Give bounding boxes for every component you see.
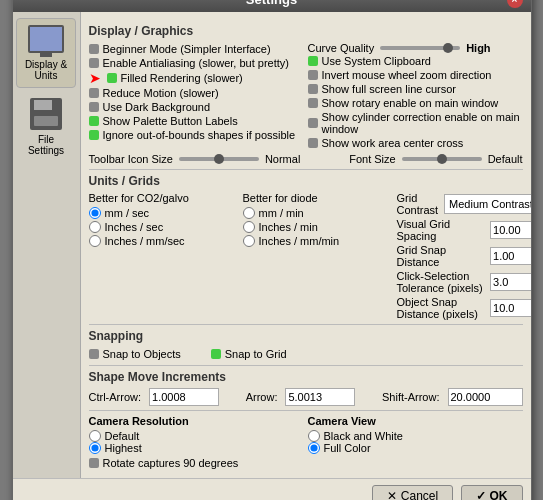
snap-grid-label: Snap to Grid xyxy=(225,348,287,360)
units-grids-header: Units / Grids xyxy=(89,174,523,188)
out-of-bounds-row: Ignore out-of-bounds shapes if possible xyxy=(89,128,304,142)
rotary-row: Show rotary enable on main window xyxy=(308,96,523,110)
camera-highest-label: Highest xyxy=(105,442,142,454)
rotate-captures-row: Rotate captures 90 degrees xyxy=(89,456,523,470)
arrow-label: Arrow: xyxy=(246,391,278,403)
ok-button[interactable]: ✓ OK xyxy=(461,485,522,501)
grid-contrast-row: Grid Contrast Medium Contrast Low Contra… xyxy=(397,192,531,216)
click-selection-input[interactable] xyxy=(490,273,530,291)
arrow-indicator: ➤ xyxy=(89,71,101,85)
antialiasing-label: Enable Antialiasing (slower, but pretty) xyxy=(103,57,290,69)
work-area-row: Show work area center cross xyxy=(308,136,523,150)
cancel-button[interactable]: ✕ Cancel xyxy=(372,485,453,501)
use-system-clipboard-row: Use System Clipboard xyxy=(308,54,523,68)
settings-dialog: Settings × Display &Units FileSettings D… xyxy=(12,0,532,500)
use-system-clipboard-label: Use System Clipboard xyxy=(322,55,431,67)
full-screen-row: Show full screen line cursor xyxy=(308,82,523,96)
arrow-input[interactable] xyxy=(285,388,355,406)
filled-rendering-led xyxy=(107,73,117,83)
co2-inches-sec-radio[interactable] xyxy=(89,221,101,233)
font-size-label: Font Size xyxy=(349,153,395,165)
co2-mm-sec: mm / sec xyxy=(89,207,239,219)
diode-inches-mm-min: Inches / mm/min xyxy=(243,235,393,247)
title-bar: Settings × xyxy=(13,0,531,12)
shift-arrow-label: Shift-Arrow: xyxy=(382,391,439,403)
grid-contrast-select[interactable]: Medium Contrast Low Contrast High Contra… xyxy=(444,194,530,214)
diode-inches-min: Inches / min xyxy=(243,221,393,233)
dark-background-led xyxy=(89,102,99,112)
monitor-icon xyxy=(28,25,64,53)
object-snap-input[interactable] xyxy=(490,299,530,317)
dialog-title: Settings xyxy=(37,0,507,7)
camera-highest-radio[interactable] xyxy=(89,442,101,454)
snapping-header: Snapping xyxy=(89,329,523,343)
co2-inches-mm-sec-radio[interactable] xyxy=(89,235,101,247)
rotate-captures-label: Rotate captures 90 degrees xyxy=(103,457,239,469)
sidebar-item-display-units[interactable]: Display &Units xyxy=(16,18,76,88)
better-co2-label: Better for CO2/galvo xyxy=(89,192,239,204)
reduce-motion-label: Reduce Motion (slower) xyxy=(103,87,219,99)
camera-view-label: Camera View xyxy=(308,415,523,427)
co2-radio-group: mm / sec Inches / sec Inches / mm/sec xyxy=(89,207,239,247)
black-white-radio[interactable] xyxy=(308,430,320,442)
grid-snap-distance-input[interactable] xyxy=(490,247,530,265)
font-size-slider[interactable] xyxy=(402,157,482,161)
reduce-motion-row: Reduce Motion (slower) xyxy=(89,86,304,100)
better-diode-label: Better for diode xyxy=(243,192,393,204)
sidebar-label-display: Display &Units xyxy=(25,59,67,81)
rotary-label: Show rotary enable on main window xyxy=(322,97,499,109)
rotary-led xyxy=(308,98,318,108)
cylinder-row: Show cylinder correction enable on main … xyxy=(308,110,523,136)
work-area-led xyxy=(308,138,318,148)
full-screen-led xyxy=(308,84,318,94)
close-button[interactable]: × xyxy=(507,0,523,8)
main-content: Display &Units FileSettings Display / Gr… xyxy=(13,12,531,478)
co2-inches-mm-sec: Inches / mm/sec xyxy=(89,235,239,247)
sidebar: Display &Units FileSettings xyxy=(13,12,81,478)
reduce-motion-led xyxy=(89,88,99,98)
arrow-spinner xyxy=(285,388,355,406)
ctrl-arrow-spinner xyxy=(149,388,219,406)
camera-default-radio[interactable] xyxy=(89,430,101,442)
beginner-mode-led xyxy=(89,44,99,54)
toolbar-row: Toolbar Icon Size Normal Font Size Defau… xyxy=(89,153,523,165)
work-area-label: Show work area center cross xyxy=(322,137,464,149)
snap-grid-led xyxy=(211,349,221,359)
display-left-col: Beginner Mode (Simpler Interface) Enable… xyxy=(89,42,304,150)
click-selection-label: Click-Selection Tolerance (pixels) xyxy=(397,270,485,294)
diode-inches-mm-min-radio[interactable] xyxy=(243,235,255,247)
floppy-icon xyxy=(30,98,62,130)
system-clipboard-led xyxy=(308,56,318,66)
grid-controls-col: Grid Contrast Medium Contrast Low Contra… xyxy=(397,192,531,320)
curve-quality-row: Curve Quality High xyxy=(308,42,523,54)
black-white-label: Black and White xyxy=(324,430,403,442)
ctrl-arrow-input[interactable] xyxy=(149,388,219,406)
display-graphics-header: Display / Graphics xyxy=(89,24,523,38)
black-white-row: Black and White xyxy=(308,430,523,442)
camera-default-label: Default xyxy=(105,430,140,442)
diode-inches-min-radio[interactable] xyxy=(243,221,255,233)
camera-resolution-col: Camera Resolution Default Highest xyxy=(89,415,304,454)
toolbar-icon-size-label: Toolbar Icon Size xyxy=(89,153,173,165)
diode-mm-min-radio[interactable] xyxy=(243,207,255,219)
content-area: Display / Graphics Beginner Mode (Simple… xyxy=(81,12,531,478)
shape-move-row: Ctrl-Arrow: Arrow: Shift-Arrow: xyxy=(89,388,523,406)
grid-snap-distance-row: Grid Snap Distance xyxy=(397,244,531,268)
display-right-col: Curve Quality High Use System Clipboard … xyxy=(308,42,523,150)
sidebar-item-file-settings[interactable]: FileSettings xyxy=(16,92,76,162)
shift-arrow-input[interactable] xyxy=(448,388,523,406)
visual-grid-spacing-input[interactable] xyxy=(490,221,530,239)
filled-rendering-label: Filled Rendering (slower) xyxy=(121,72,243,84)
full-color-radio[interactable] xyxy=(308,442,320,454)
shift-arrow-spinner xyxy=(448,388,523,406)
full-color-row: Full Color xyxy=(308,442,523,454)
toolbar-icon-size-slider[interactable] xyxy=(179,157,259,161)
co2-mm-sec-radio[interactable] xyxy=(89,207,101,219)
curve-quality-slider[interactable] xyxy=(380,46,460,50)
palette-buttons-label: Show Palette Button Labels xyxy=(103,115,238,127)
out-of-bounds-label: Ignore out-of-bounds shapes if possible xyxy=(103,129,296,141)
invert-mouse-led xyxy=(308,70,318,80)
filled-rendering-row: ➤ Filled Rendering (slower) xyxy=(89,70,304,86)
font-size-value: Default xyxy=(488,153,523,165)
dark-background-row: Use Dark Background xyxy=(89,100,304,114)
